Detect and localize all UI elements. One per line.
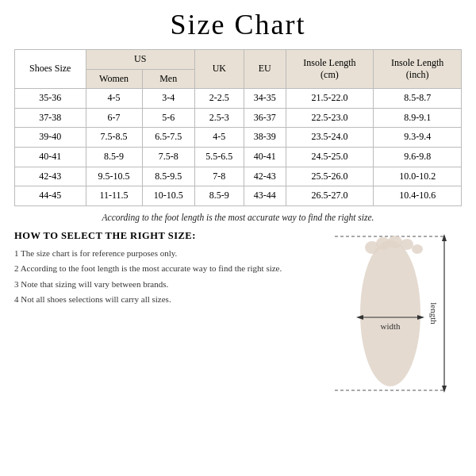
cell-eu: 42-43 (244, 167, 286, 186)
foot-diagram: width length (319, 230, 462, 397)
svg-marker-12 (356, 315, 363, 320)
cell-men: 3-4 (142, 89, 194, 109)
cell-shoes: 37-38 (15, 108, 86, 128)
instruction-item-4: 4 Not all shoes selections will carry al… (14, 293, 311, 306)
cell-eu: 36-37 (244, 108, 286, 128)
instructions-title: HOW TO SELECT THE RIGHT SIZE: (14, 230, 311, 242)
svg-marker-10 (442, 386, 447, 393)
footer-note: According to the foot length is the most… (14, 213, 462, 222)
cell-men: 7.5-8 (142, 147, 194, 167)
col-women: Women (86, 69, 142, 89)
svg-text:length: length (429, 302, 439, 324)
cell-women: 11-11.5 (86, 186, 142, 206)
svg-point-6 (401, 239, 413, 250)
instruction-item-3: 3 Note that sizing will vary between bra… (14, 278, 311, 291)
col-men: Men (142, 69, 194, 89)
cell-women: 8.5-9 (86, 147, 142, 167)
cell-women: 6-7 (86, 108, 142, 128)
instruction-item-1: 1 The size chart is for reference purpos… (14, 247, 311, 260)
svg-marker-13 (417, 315, 424, 320)
col-insole-inch: Insole Length (inch) (374, 50, 462, 89)
cell-cm: 24.5-25.0 (286, 147, 374, 167)
col-eu: EU (244, 50, 286, 89)
cell-shoes: 39-40 (15, 128, 86, 148)
cell-uk: 2-2.5 (194, 89, 244, 109)
cell-cm: 26.5-27.0 (286, 186, 374, 206)
svg-marker-9 (442, 234, 447, 241)
cell-cm: 23.5-24.0 (286, 128, 374, 148)
cell-uk: 5.5-6.5 (194, 147, 244, 167)
bottom-section: HOW TO SELECT THE RIGHT SIZE: 1 The size… (14, 230, 462, 397)
page-title: Size Chart (14, 8, 462, 41)
cell-cm: 22.5-23.0 (286, 108, 374, 128)
instruction-item-2: 2 According to the foot length is the mo… (14, 262, 311, 275)
instructions-panel: HOW TO SELECT THE RIGHT SIZE: 1 The size… (14, 230, 311, 309)
col-insole-cm: Insole Length (cm) (286, 50, 374, 89)
cell-men: 8.5-9.5 (142, 167, 194, 186)
cell-men: 10-10.5 (142, 186, 194, 206)
cell-eu: 40-41 (244, 147, 286, 167)
cell-eu: 43-44 (244, 186, 286, 206)
cell-cm: 21.5-22.0 (286, 89, 374, 109)
cell-men: 6.5-7.5 (142, 128, 194, 148)
cell-inch: 8.5-8.7 (374, 89, 462, 109)
cell-shoes: 44-45 (15, 186, 86, 206)
cell-inch: 8.9-9.1 (374, 108, 462, 128)
svg-point-7 (412, 244, 423, 254)
cell-eu: 38-39 (244, 128, 286, 148)
table-row: 40-41 8.5-9 7.5-8 5.5-6.5 40-41 24.5-25.… (15, 147, 462, 167)
cell-uk: 4-5 (194, 128, 244, 148)
cell-uk: 8.5-9 (194, 186, 244, 206)
cell-inch: 9.6-9.8 (374, 147, 462, 167)
col-uk: UK (194, 50, 244, 89)
cell-women: 4-5 (86, 89, 142, 109)
table-row: 42-43 9.5-10.5 8.5-9.5 7-8 42-43 25.5-26… (15, 167, 462, 186)
col-shoes-size: Shoes Size (15, 50, 86, 89)
cell-women: 9.5-10.5 (86, 167, 142, 186)
size-chart-table: Shoes Size US UK EU Insole Length (cm) I… (14, 49, 462, 206)
svg-text:width: width (380, 321, 401, 331)
svg-point-2 (360, 240, 420, 386)
table-row: 44-45 11-11.5 10-10.5 8.5-9 43-44 26.5-2… (15, 186, 462, 206)
svg-point-5 (388, 236, 402, 248)
cell-shoes: 40-41 (15, 147, 86, 167)
cell-inch: 10.0-10.2 (374, 167, 462, 186)
cell-women: 7.5-8.5 (86, 128, 142, 148)
col-us: US (86, 50, 194, 70)
table-row: 37-38 6-7 5-6 2.5-3 36-37 22.5-23.0 8.9-… (15, 108, 462, 128)
cell-uk: 2.5-3 (194, 108, 244, 128)
cell-shoes: 42-43 (15, 167, 86, 186)
cell-inch: 10.4-10.6 (374, 186, 462, 206)
cell-cm: 25.5-26.0 (286, 167, 374, 186)
foot-svg: width length (327, 230, 454, 397)
table-row: 35-36 4-5 3-4 2-2.5 34-35 21.5-22.0 8.5-… (15, 89, 462, 109)
cell-uk: 7-8 (194, 167, 244, 186)
cell-men: 5-6 (142, 108, 194, 128)
cell-eu: 34-35 (244, 89, 286, 109)
table-row: 39-40 7.5-8.5 6.5-7.5 4-5 38-39 23.5-24.… (15, 128, 462, 148)
cell-shoes: 35-36 (15, 89, 86, 109)
cell-inch: 9.3-9.4 (374, 128, 462, 148)
